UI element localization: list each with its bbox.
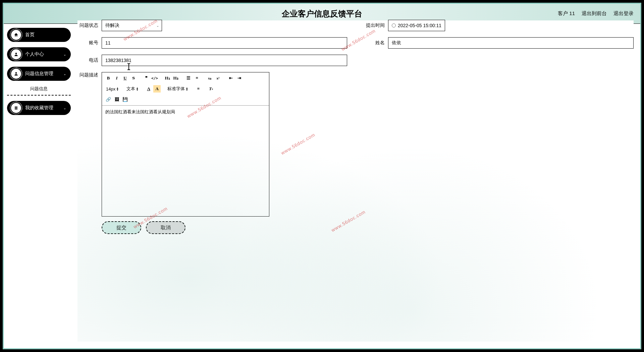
svg-rect-2 [15,107,17,107]
strike-icon[interactable]: S [130,74,137,82]
h1-icon[interactable]: H₁ [164,74,171,82]
sidebar-label: 个人中心 [25,51,44,57]
subscript-icon[interactable]: x₂ [206,74,213,82]
sidebar-label: 我的收藏管理 [25,105,53,111]
user-icon [11,69,21,79]
sidebar-item-issue-mgmt[interactable]: 问题信息管理 ⌄ [7,67,71,81]
bold-icon[interactable]: B [105,74,112,82]
editor-toolbar: B I U S ❞ </> H₁ H₂ ☰ ≡ x₂ x² [102,72,269,106]
home-icon [11,30,21,40]
image-icon[interactable]: 🖼 [113,96,120,103]
svg-point-1 [15,72,17,74]
time-label: 提出时间 [364,22,385,28]
outdent-icon[interactable]: ⇥ [235,74,243,82]
sidebar-label: 问题信息管理 [25,71,53,77]
rich-text-editor: B I U S ❞ </> H₁ H₂ ☰ ≡ x₂ x² [102,72,269,217]
chevron-down-icon: ⌄ [63,72,66,76]
sidebar-item-home[interactable]: 首页 [7,28,71,42]
desc-label: 问题描述 [77,72,98,217]
svg-rect-4 [15,109,17,110]
quote-icon[interactable]: ❞ [143,74,150,82]
editor-content[interactable]: 的法国红酒看来法国红酒看从规划局 [102,106,269,216]
sidebar-item-personal[interactable]: 个人中心 ⌄ [7,47,71,61]
italic-icon[interactable]: I [113,74,120,82]
status-label: 问题状态 [77,22,98,28]
indent-icon[interactable]: ⇤ [227,74,234,82]
sidebar-item-favorites[interactable]: 我的收藏管理 ⌄ [7,101,71,115]
page-title: 企业客户信息反馈平台 [282,8,362,19]
chevron-down-icon: ⌄ [156,24,159,27]
user-icon [11,49,21,59]
name-input[interactable]: 依依 [388,37,503,49]
unordered-list-icon[interactable]: ≡ [193,74,201,82]
account-label: 账号 [77,40,98,46]
h2-icon[interactable]: H₂ [172,74,179,82]
highlight-icon[interactable]: A [153,85,161,93]
chevron-down-icon: ⌄ [63,106,66,110]
phone-label: 电话 [77,57,98,63]
underline-icon[interactable]: U [121,74,129,82]
account-input[interactable]: 11 [102,37,347,49]
status-select[interactable]: 待解决 ⌄ [102,20,162,31]
align-icon[interactable]: ≡ [195,85,202,93]
font-color-icon[interactable]: A [145,85,152,93]
sidebar-label: 首页 [25,32,35,38]
bookmark-icon [11,103,21,113]
code-icon[interactable]: </> [151,74,158,82]
text-type-select[interactable]: 文本▴▾ [125,86,140,92]
radio-icon [392,23,396,27]
font-family-select[interactable]: 标准字体▴▾ [166,86,189,92]
name-label: 姓名 [364,40,385,46]
submit-button[interactable]: 提交 [102,221,141,234]
svg-point-0 [15,53,17,54]
save-icon[interactable]: 💾 [121,96,129,103]
font-size-select[interactable]: 14px▴▾ [105,86,120,92]
superscript-icon[interactable]: x² [214,74,222,82]
time-field[interactable]: 2022-05-05 15:00:11 [388,20,445,31]
cancel-button[interactable]: 取消 [146,221,185,234]
ordered-list-icon[interactable]: ☰ [185,74,192,82]
clear-format-icon[interactable]: Tx [207,85,215,93]
text-cursor-icon [128,64,129,69]
svg-rect-3 [15,108,17,108]
sidebar-subitem-issue[interactable]: 问题信息 [7,83,71,96]
phone-input[interactable]: 1382381381 [102,55,347,66]
link-icon[interactable]: 🔗 [105,96,112,103]
chevron-down-icon: ⌄ [63,53,66,56]
